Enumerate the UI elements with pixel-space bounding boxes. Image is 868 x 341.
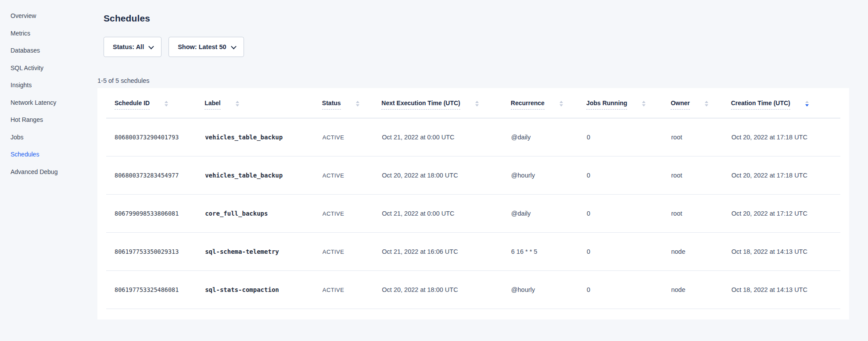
cell-label: vehicles_table_backup — [204, 118, 322, 156]
sidebar-item-schedules[interactable]: Schedules — [11, 151, 82, 158]
cell-owner: node — [671, 233, 731, 271]
table-row: 806197753325486081 sql-stats-compaction … — [106, 271, 840, 309]
cell-status: ACTIVE — [322, 118, 382, 156]
cell-schedule-id: 806800373290401793 — [106, 118, 204, 156]
column-header-recurrence[interactable]: Recurrence — [511, 88, 586, 118]
sidebar-item-metrics[interactable]: Metrics — [11, 30, 82, 37]
column-label: Creation Time (UTC) — [731, 99, 790, 110]
sidebar-item-jobs[interactable]: Jobs — [11, 134, 82, 141]
cell-label: sql-stats-compaction — [204, 271, 322, 309]
sidebar-item-databases[interactable]: Databases — [11, 47, 82, 54]
table-row: 806800373290401793 vehicles_table_backup… — [106, 118, 840, 156]
table-row: 806800373283454977 vehicles_table_backup… — [106, 156, 840, 195]
cell-owner: root — [671, 195, 731, 233]
cell-label: vehicles_table_backup — [204, 156, 322, 195]
cell-schedule-id: 806197753325486081 — [106, 271, 204, 309]
column-header-jobs-running[interactable]: Jobs Running — [586, 88, 671, 118]
sort-icon — [356, 101, 359, 107]
sort-icon — [475, 101, 479, 107]
cell-schedule-id: 806799098533806081 — [106, 195, 204, 233]
cell-recurrence: @daily — [511, 118, 586, 156]
cell-next-execution-time: Oct 21, 2022 at 0:00 UTC — [381, 118, 510, 156]
cell-recurrence: 6 16 * * 5 — [511, 233, 586, 271]
sort-icon — [705, 101, 708, 107]
column-header-next-execution-time[interactable]: Next Execution Time (UTC) — [381, 88, 510, 118]
cell-recurrence: @daily — [511, 195, 586, 233]
cell-next-execution-time: Oct 21, 2022 at 0:00 UTC — [381, 195, 510, 233]
sidebar-item-insights[interactable]: Insights — [11, 82, 82, 89]
table-row: 806799098533806081 core_full_backups ACT… — [106, 195, 840, 233]
filter-bar: Status: All Show: Latest 50 — [104, 37, 849, 57]
sort-icon — [560, 101, 563, 107]
cell-jobs-running: 0 — [586, 118, 671, 156]
sort-icon-active-desc — [805, 101, 809, 107]
cell-jobs-running: 0 — [586, 195, 671, 233]
column-label: Next Execution Time (UTC) — [381, 99, 460, 110]
cell-creation-time: Oct 20, 2022 at 17:12 UTC — [731, 195, 840, 233]
sidebar-item-hot-ranges[interactable]: Hot Ranges — [11, 116, 82, 123]
cell-status: ACTIVE — [322, 271, 382, 309]
sort-icon — [165, 101, 168, 107]
cell-creation-time: Oct 18, 2022 at 14:13 UTC — [731, 271, 840, 309]
column-label: Label — [204, 99, 221, 110]
schedules-table-card: Schedule ID Label Status Next Execution … — [97, 88, 849, 320]
sidebar-item-overview[interactable]: Overview — [11, 12, 82, 19]
column-label: Status — [322, 99, 341, 110]
column-label: Schedule ID — [115, 99, 150, 110]
cell-status: ACTIVE — [322, 195, 382, 233]
cell-recurrence: @hourly — [511, 156, 586, 195]
cell-label: sql-schema-telemetry — [204, 233, 322, 271]
cell-creation-time: Oct 20, 2022 at 17:18 UTC — [731, 118, 840, 156]
schedules-table: Schedule ID Label Status Next Execution … — [106, 88, 840, 309]
cell-schedule-id: 806800373283454977 — [106, 156, 204, 195]
column-header-owner[interactable]: Owner — [671, 88, 731, 118]
column-label: Owner — [671, 99, 690, 110]
cell-recurrence: @hourly — [511, 271, 586, 309]
show-filter-label: Show: Latest 50 — [178, 43, 226, 50]
cell-jobs-running: 0 — [586, 271, 671, 309]
results-summary: 1-5 of 5 schedules — [97, 77, 849, 85]
cell-jobs-running: 0 — [586, 156, 671, 195]
status-filter-dropdown[interactable]: Status: All — [104, 37, 161, 57]
cell-owner: root — [671, 118, 731, 156]
sidebar: Overview Metrics Databases SQL Activity … — [0, 0, 82, 341]
sort-icon — [642, 101, 646, 107]
column-label: Recurrence — [511, 99, 545, 110]
chevron-down-icon — [148, 43, 154, 49]
cell-next-execution-time: Oct 20, 2022 at 18:00 UTC — [381, 271, 510, 309]
table-row: 806197753350029313 sql-schema-telemetry … — [106, 233, 840, 271]
main-content: Schedules Status: All Show: Latest 50 1-… — [82, 0, 868, 320]
sort-icon — [236, 101, 239, 107]
page-title: Schedules — [104, 13, 849, 24]
cell-status: ACTIVE — [322, 233, 382, 271]
cell-label: core_full_backups — [204, 195, 322, 233]
table-header-row: Schedule ID Label Status Next Execution … — [106, 88, 840, 118]
column-header-creation-time[interactable]: Creation Time (UTC) — [731, 88, 840, 118]
sidebar-item-network-latency[interactable]: Network Latency — [11, 99, 82, 106]
column-header-label[interactable]: Label — [204, 88, 322, 118]
cell-jobs-running: 0 — [586, 233, 671, 271]
cell-creation-time: Oct 18, 2022 at 14:13 UTC — [731, 233, 840, 271]
cell-next-execution-time: Oct 21, 2022 at 16:06 UTC — [381, 233, 510, 271]
status-filter-label: Status: All — [113, 43, 144, 50]
cell-next-execution-time: Oct 20, 2022 at 18:00 UTC — [381, 156, 510, 195]
show-filter-dropdown[interactable]: Show: Latest 50 — [169, 37, 244, 57]
column-header-status[interactable]: Status — [322, 88, 382, 118]
cell-schedule-id: 806197753350029313 — [106, 233, 204, 271]
cell-owner: root — [671, 156, 731, 195]
chevron-down-icon — [231, 43, 237, 49]
column-label: Jobs Running — [586, 99, 627, 110]
cell-creation-time: Oct 20, 2022 at 17:18 UTC — [731, 156, 840, 195]
sidebar-item-sql-activity[interactable]: SQL Activity — [11, 64, 82, 71]
cell-owner: node — [671, 271, 731, 309]
cell-status: ACTIVE — [322, 156, 382, 195]
sidebar-item-advanced-debug[interactable]: Advanced Debug — [11, 168, 82, 175]
column-header-schedule-id[interactable]: Schedule ID — [106, 88, 204, 118]
